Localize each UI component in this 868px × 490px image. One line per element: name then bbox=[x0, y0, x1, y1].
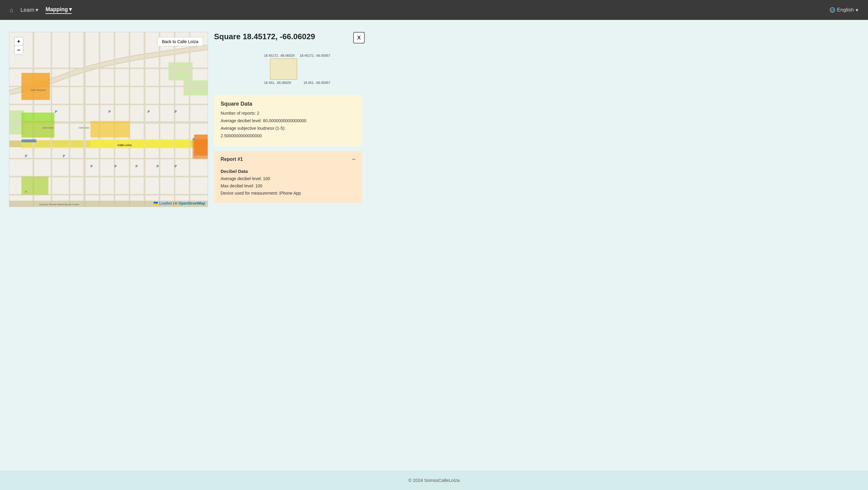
svg-text:P: P bbox=[156, 165, 158, 168]
svg-rect-28 bbox=[90, 139, 190, 148]
language-selector[interactable]: 🌐 English ▾ bbox=[830, 7, 858, 13]
svg-rect-50 bbox=[193, 139, 208, 159]
svg-rect-26 bbox=[90, 121, 130, 138]
nav-learn[interactable]: Learn ▾ bbox=[21, 7, 38, 13]
osm-link[interactable]: OpenStreetMap bbox=[179, 201, 205, 205]
svg-text:P: P bbox=[25, 154, 27, 158]
back-to-calle-loiza-button[interactable]: Back to Calle Loíza bbox=[157, 37, 203, 46]
mapping-label: Mapping bbox=[45, 6, 68, 13]
num-reports: Number of reports: 2 bbox=[221, 110, 355, 116]
panel-scroll[interactable]: 18.45172, -66.06029 18.45172, -66.05957 … bbox=[214, 50, 365, 208]
report-title-1: Report #1 bbox=[221, 156, 243, 162]
svg-text:Calle Colón: Calle Colón bbox=[79, 127, 89, 129]
report-avg-decibel: Average decibel level: 100 bbox=[221, 176, 355, 182]
svg-rect-49 bbox=[22, 139, 36, 142]
svg-text:P: P bbox=[115, 165, 117, 168]
report-body-1: Decibel Data Average decibel level: 100 … bbox=[214, 168, 362, 203]
report-device: Device used for measurement: iPhone App bbox=[221, 190, 355, 196]
report-card-1: Report #1 − Decibel Data Average decibel… bbox=[214, 151, 362, 203]
coord-box-visual bbox=[270, 59, 297, 80]
report-max-decibel: Max decibel level: 100 bbox=[221, 183, 355, 189]
svg-rect-31 bbox=[22, 113, 55, 122]
map-background: Calle Mirsonia Calle Loíza Calle Colón C… bbox=[9, 32, 208, 207]
zoom-controls: + − bbox=[14, 37, 23, 55]
leaflet-link[interactable]: Leaflet bbox=[159, 201, 172, 205]
svg-rect-25 bbox=[22, 73, 50, 100]
map-container[interactable]: Calle Mirsonia Calle Loíza Calle Colón C… bbox=[9, 32, 208, 207]
svg-text:P: P bbox=[135, 165, 138, 168]
footer-copyright: © 2024 SomosCalleLoíza bbox=[408, 478, 460, 483]
svg-text:Calle Colón: Calle Colón bbox=[42, 127, 53, 129]
svg-rect-27 bbox=[22, 121, 55, 138]
coord-bottom-left: 18.451, -66.06029 bbox=[264, 81, 291, 85]
svg-text:P: P bbox=[55, 110, 57, 113]
globe-icon: 🌐 bbox=[830, 7, 835, 13]
close-button[interactable]: X bbox=[353, 32, 365, 44]
coord-bottom-right: 18.451, -66.05957 bbox=[304, 81, 330, 85]
coord-box-wrapper: 18.45172, -66.06029 18.45172, -66.05957 … bbox=[246, 53, 330, 86]
svg-text:Calle Loíza: Calle Loíza bbox=[118, 144, 132, 147]
avg-decibel: Average decibel level: 80.00000000000000… bbox=[221, 118, 355, 124]
map-attribution: 🇺🇦 Leaflet | © OpenStreetMap bbox=[153, 201, 205, 205]
svg-text:Calle Mirsonia: Calle Mirsonia bbox=[30, 89, 46, 91]
learn-dropdown-icon: ▾ bbox=[36, 7, 38, 13]
right-panel: Square 18.45172, -66.06029 X 18.45172, -… bbox=[214, 32, 365, 208]
leaflet-flag-icon: 🇺🇦 bbox=[153, 201, 158, 205]
report-collapse-icon: − bbox=[352, 156, 355, 163]
svg-text:P: P bbox=[148, 110, 150, 113]
square-data-card: Square Data Number of reports: 2 Average… bbox=[214, 95, 362, 146]
svg-rect-3 bbox=[184, 80, 208, 95]
square-data-title: Square Data bbox=[221, 101, 355, 107]
avg-subjective-label: Average subjective loudness (1-5): bbox=[221, 125, 355, 132]
report-header-1[interactable]: Report #1 − bbox=[214, 151, 362, 168]
panel-title: Square 18.45172, -66.06029 bbox=[214, 32, 315, 41]
coord-top-right: 18.45172, -66.05957 bbox=[300, 54, 330, 57]
svg-text:P: P bbox=[108, 110, 111, 113]
footer: © 2024 SomosCalleLoíza bbox=[0, 470, 868, 490]
avg-subjective-value: 2.5000000000000000 bbox=[221, 133, 355, 139]
navbar: ⌂ Learn ▾ Mapping ▾ 🌐 English ▾ bbox=[0, 0, 868, 20]
coordinate-diagram: 18.45172, -66.06029 18.45172, -66.05957 … bbox=[214, 50, 362, 89]
svg-text:P: P bbox=[175, 165, 177, 168]
learn-label: Learn bbox=[21, 7, 34, 13]
zoom-in-button[interactable]: + bbox=[14, 37, 23, 46]
svg-text:P: P bbox=[175, 110, 177, 113]
mapping-dropdown-icon: ▾ bbox=[69, 6, 72, 13]
svg-rect-51 bbox=[22, 176, 49, 195]
coord-top-left: 18.45172, -66.06029 bbox=[264, 54, 295, 57]
language-dropdown-icon: ▾ bbox=[856, 7, 858, 13]
main-content: Calle Mirsonia Calle Loíza Calle Colón C… bbox=[0, 20, 868, 470]
attribution-separator: | © bbox=[173, 202, 177, 205]
language-label: English bbox=[837, 7, 854, 13]
home-icon[interactable]: ⌂ bbox=[10, 7, 13, 13]
report-section-title: Decibel Data bbox=[221, 169, 355, 174]
svg-text:P: P bbox=[90, 165, 93, 168]
svg-text:Expreso Román Baldorioty de Ca: Expreso Román Baldorioty de Castro bbox=[39, 203, 79, 206]
nav-mapping[interactable]: Mapping ▾ bbox=[45, 6, 72, 14]
panel-header: Square 18.45172, -66.06029 X bbox=[214, 32, 365, 44]
zoom-out-button[interactable]: − bbox=[14, 46, 23, 54]
svg-text:P: P bbox=[63, 154, 65, 158]
